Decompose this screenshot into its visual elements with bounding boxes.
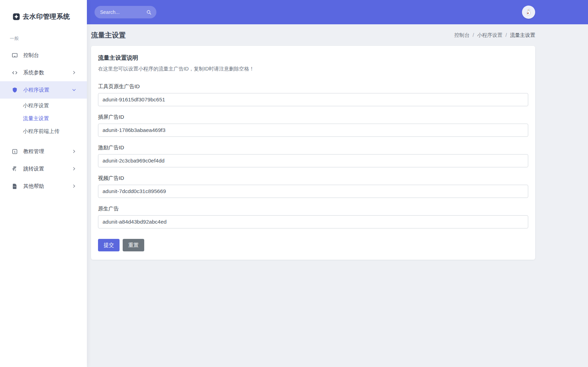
field-label-rewarded-ad: 激励广告ID — [98, 144, 528, 151]
chevron-right-icon — [72, 70, 76, 75]
card-title: 流量主设置说明 — [98, 54, 528, 62]
search-icon[interactable] — [146, 9, 152, 15]
sidebar-item-console[interactable]: 控制台 — [0, 47, 87, 64]
form-buttons: 提交 重置 — [98, 236, 528, 251]
app-logo[interactable]: 去水印管理系统 — [0, 0, 87, 33]
sidebar: 去水印管理系统 一般 控制台 系统参数 — [0, 0, 87, 367]
user-avatar[interactable] — [522, 6, 535, 19]
interstitial-ad-input[interactable] — [98, 124, 528, 137]
tool-native-ad-input[interactable] — [98, 93, 528, 106]
svg-text:<>: <> — [13, 185, 16, 187]
native-ad-input[interactable] — [98, 215, 528, 228]
sidebar-item-label: 教程管理 — [23, 148, 44, 155]
card-description: 在这里您可以设置小程序的流量主广告ID，复制ID时请注意删除空格！ — [98, 66, 528, 72]
sidebar-nav: 控制台 系统参数 小程序设置 — [0, 47, 87, 195]
breadcrumb-console[interactable]: 控制台 — [454, 32, 469, 39]
search-box[interactable] — [95, 6, 156, 18]
main-content: 流量主设置 控制台 / 小程序设置 / 流量主设置 流量主设置说明 在这里您可以… — [87, 24, 535, 260]
sidebar-section-label: 一般 — [0, 33, 87, 47]
sidebar-item-redirect-settings[interactable]: 跳转设置 — [0, 160, 87, 177]
sidebar-item-label: 小程序设置 — [23, 87, 49, 93]
topbar — [87, 0, 588, 24]
sidebar-item-miniprogram-settings[interactable]: 小程序设置 — [0, 81, 87, 99]
breadcrumb-current: 流量主设置 — [510, 32, 536, 39]
field-label-video-ad: 视频广告ID — [98, 175, 528, 182]
form-group-native-ad: 原生广告 — [98, 206, 528, 228]
license-icon: § — [11, 148, 18, 155]
breadcrumb-separator: / — [473, 32, 474, 38]
settings-card: 流量主设置说明 在这里您可以设置小程序的流量主广告ID，复制ID时请注意删除空格… — [91, 46, 535, 260]
chevron-right-icon — [72, 166, 76, 171]
chevron-right-icon — [72, 149, 76, 154]
sidebar-item-label: 系统参数 — [23, 69, 44, 76]
field-label-tool-native-ad: 工具页原生广告ID — [98, 83, 528, 90]
sidebar-subitem-miniprogram-settings[interactable]: 小程序设置 — [0, 99, 87, 112]
fingerprint-icon — [11, 165, 18, 172]
sidebar-item-other-help[interactable]: <> 其他帮助 — [0, 177, 87, 195]
page-header: 流量主设置 控制台 / 小程序设置 / 流量主设置 — [87, 24, 535, 46]
sidebar-subitem-frontend-upload[interactable]: 小程序前端上传 — [0, 125, 87, 138]
goose-avatar-icon — [524, 8, 533, 17]
sidebar-item-label: 跳转设置 — [23, 166, 44, 172]
sidebar-item-label: 其他帮助 — [23, 183, 44, 190]
sidebar-item-label: 控制台 — [23, 52, 39, 59]
submit-button[interactable]: 提交 — [98, 239, 120, 251]
form-group-rewarded-ad: 激励广告ID — [98, 144, 528, 167]
miniprogram-submenu: 小程序设置 流量主设置 小程序前端上传 — [0, 99, 87, 140]
shield-icon — [11, 86, 18, 93]
form-group-tool-native-ad: 工具页原生广告ID — [98, 83, 528, 106]
reset-button[interactable]: 重置 — [123, 239, 144, 251]
field-label-native-ad: 原生广告 — [98, 206, 528, 212]
breadcrumb-separator: / — [505, 32, 507, 38]
svg-text:§: § — [14, 150, 15, 153]
breadcrumb-miniprogram-settings[interactable]: 小程序设置 — [477, 32, 503, 39]
code-icon — [11, 69, 18, 76]
sidebar-item-tutorial-management[interactable]: § 教程管理 — [0, 143, 87, 160]
sidebar-subitem-traffic-settings[interactable]: 流量主设置 — [0, 112, 87, 125]
breadcrumb: 控制台 / 小程序设置 / 流量主设置 — [454, 32, 535, 39]
sidebar-item-system-params[interactable]: 系统参数 — [0, 64, 87, 81]
video-ad-input[interactable] — [98, 185, 528, 198]
search-input[interactable] — [100, 9, 143, 15]
file-code-icon: <> — [11, 183, 18, 190]
rewarded-ad-input[interactable] — [98, 154, 528, 167]
sparkle-logo-icon — [13, 13, 20, 20]
traffic-settings-form: 工具页原生广告ID 插屏广告ID 激励广告ID 视频广告ID 原生广告 提交 — [98, 83, 528, 251]
form-group-interstitial-ad: 插屏广告ID — [98, 114, 528, 137]
field-label-interstitial-ad: 插屏广告ID — [98, 114, 528, 120]
chevron-down-icon — [72, 87, 76, 92]
monitor-icon — [11, 52, 18, 59]
chevron-right-icon — [72, 184, 76, 189]
app-title: 去水印管理系统 — [23, 12, 70, 21]
page-title: 流量主设置 — [91, 31, 126, 40]
form-group-video-ad: 视频广告ID — [98, 175, 528, 198]
